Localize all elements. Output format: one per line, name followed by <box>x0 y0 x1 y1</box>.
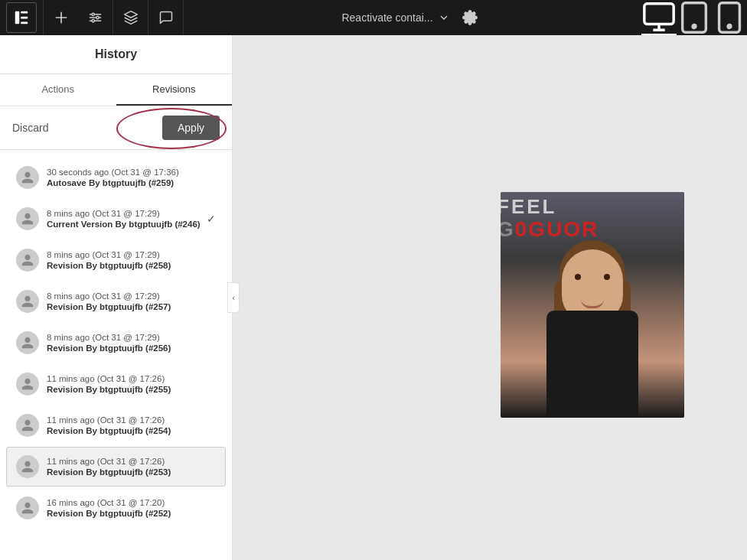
photo-inner: FEEL G 0 GUOR <box>501 192 684 418</box>
revision-info: 16 mins ago (Oct 31 @ 17:20)Revision By … <box>47 498 216 518</box>
revision-time: 8 mins ago (Oct 31 @ 17:29) <box>47 250 216 259</box>
topbar-right <box>641 0 747 35</box>
apply-circle-annotation: Apply <box>162 116 220 140</box>
revision-item[interactable]: 30 seconds ago (Oct 31 @ 17:36)Autosave … <box>6 158 226 197</box>
topbar: Reactivate contai... <box>0 0 747 35</box>
main-area: History Actions Revisions Discard Apply … <box>0 35 747 560</box>
sign-background-text: FEEL G 0 GUOR <box>501 196 599 241</box>
revision-label: Revision By btgptuujfb (#256) <box>47 343 216 353</box>
revision-avatar <box>16 497 39 519</box>
body <box>546 311 638 418</box>
current-check-icon: ✓ <box>207 213 216 225</box>
tab-actions[interactable]: Actions <box>0 74 116 106</box>
right-eye <box>604 274 610 280</box>
revision-label: Revision By btgptuujfb (#253) <box>47 467 216 477</box>
history-tabs: Actions Revisions <box>0 74 232 106</box>
mobile-icon <box>712 0 747 35</box>
revision-avatar <box>16 373 39 396</box>
revision-info: 11 mins ago (Oct 31 @ 17:26)Revision By … <box>47 457 216 477</box>
tab-revisions[interactable]: Revisions <box>116 74 233 106</box>
revision-item[interactable]: 11 mins ago (Oct 31 @ 17:26)Revision By … <box>6 447 226 487</box>
revision-time: 11 mins ago (Oct 31 @ 17:26) <box>47 374 216 383</box>
revision-time: 8 mins ago (Oct 31 @ 17:29) <box>47 209 204 218</box>
desktop-view-btn[interactable] <box>641 0 677 35</box>
svg-rect-3 <box>21 22 28 24</box>
revision-item[interactable]: 8 mins ago (Oct 31 @ 17:29)Revision By b… <box>6 323 226 363</box>
revision-info: 11 mins ago (Oct 31 @ 17:26)Revision By … <box>47 374 216 394</box>
revision-label: Revision By btgptuujfb (#254) <box>47 426 216 435</box>
revision-time: 11 mins ago (Oct 31 @ 17:26) <box>47 457 216 466</box>
desktop-icon <box>641 0 677 34</box>
chevron-down-icon <box>438 11 450 24</box>
revision-info: 8 mins ago (Oct 31 @ 17:29)Revision By b… <box>47 291 216 311</box>
action-bar: Discard Apply <box>0 106 232 150</box>
revision-info: 30 seconds ago (Oct 31 @ 17:36)Autosave … <box>47 168 216 187</box>
elementor-logo-btn[interactable] <box>6 2 37 33</box>
revision-info: 8 mins ago (Oct 31 @ 17:29)Revision By b… <box>47 333 216 353</box>
revision-label: Revision By btgptuujfb (#255) <box>47 385 216 394</box>
revision-item[interactable]: 16 mins ago (Oct 31 @ 17:20)Revision By … <box>6 488 226 528</box>
revision-label: Revision By btgptuujfb (#258) <box>47 261 216 270</box>
revision-avatar <box>16 414 39 437</box>
svg-rect-2 <box>21 17 28 19</box>
discard-button[interactable]: Discard <box>12 117 48 138</box>
revision-item[interactable]: 8 mins ago (Oct 31 @ 17:29)Current Versi… <box>6 199 226 239</box>
revision-avatar <box>16 249 39 272</box>
collapse-arrow-icon: ‹ <box>232 293 235 302</box>
svg-point-9 <box>728 25 731 28</box>
topbar-left <box>0 0 184 35</box>
page-title-text: Reactivate contai... <box>341 11 432 24</box>
apply-button[interactable]: Apply <box>162 116 220 140</box>
svg-point-7 <box>693 25 696 28</box>
revision-list: 30 seconds ago (Oct 31 @ 17:36)Autosave … <box>0 150 232 560</box>
revision-item[interactable]: 11 mins ago (Oct 31 @ 17:26)Revision By … <box>6 364 226 404</box>
history-sidebar: History Actions Revisions Discard Apply … <box>0 35 233 560</box>
revision-avatar <box>16 331 39 354</box>
sidebar-collapse-btn[interactable]: ‹ <box>227 282 240 313</box>
revision-info: 8 mins ago (Oct 31 @ 17:29)Revision By b… <box>47 250 216 270</box>
person-photo: FEEL G 0 GUOR <box>501 192 684 418</box>
svg-rect-0 <box>15 11 20 24</box>
revision-time: 8 mins ago (Oct 31 @ 17:29) <box>47 291 216 301</box>
revision-item[interactable]: 8 mins ago (Oct 31 @ 17:29)Revision By b… <box>6 282 226 321</box>
canvas-area: FEEL G 0 GUOR <box>233 35 747 560</box>
left-eye <box>575 274 581 280</box>
person-silhouette <box>531 249 654 418</box>
revision-item[interactable]: 11 mins ago (Oct 31 @ 17:26)Revision By … <box>6 405 226 445</box>
tablet-icon <box>677 0 712 35</box>
revision-avatar <box>16 455 39 478</box>
revision-avatar <box>16 166 39 189</box>
revision-time: 16 mins ago (Oct 31 @ 17:20) <box>47 498 216 507</box>
customize-btn[interactable] <box>78 0 113 35</box>
page-title-btn[interactable]: Reactivate contai... <box>341 11 449 24</box>
smile <box>581 299 604 308</box>
svg-rect-1 <box>21 11 28 14</box>
svg-rect-5 <box>644 4 674 24</box>
settings-btn[interactable] <box>456 4 484 31</box>
revision-time: 30 seconds ago (Oct 31 @ 17:36) <box>47 168 216 177</box>
revision-label: Current Version By btgptuujfb (#246) <box>47 220 204 229</box>
mobile-view-btn[interactable] <box>712 0 747 35</box>
revision-time: 8 mins ago (Oct 31 @ 17:29) <box>47 333 216 342</box>
tablet-view-btn[interactable] <box>677 0 712 35</box>
topbar-center: Reactivate contai... <box>341 4 483 31</box>
revision-label: Revision By btgptuujfb (#252) <box>47 509 216 518</box>
revision-avatar <box>16 207 39 230</box>
revision-info: 11 mins ago (Oct 31 @ 17:26)Revision By … <box>47 415 216 435</box>
revision-time: 11 mins ago (Oct 31 @ 17:26) <box>47 415 216 425</box>
revision-label: Autosave By btgptuujfb (#259) <box>47 178 216 187</box>
revision-avatar <box>16 290 39 313</box>
eyes <box>575 274 610 280</box>
layers-btn[interactable] <box>113 0 148 35</box>
revision-label: Revision By btgptuujfb (#257) <box>47 302 216 311</box>
revision-item[interactable]: 8 mins ago (Oct 31 @ 17:29)Revision By b… <box>6 240 226 280</box>
comments-btn[interactable] <box>148 0 184 35</box>
revision-info: 8 mins ago (Oct 31 @ 17:29)Current Versi… <box>47 209 204 229</box>
gear-icon <box>462 10 478 25</box>
add-element-btn[interactable] <box>43 0 78 35</box>
sidebar-title: History <box>0 35 232 74</box>
